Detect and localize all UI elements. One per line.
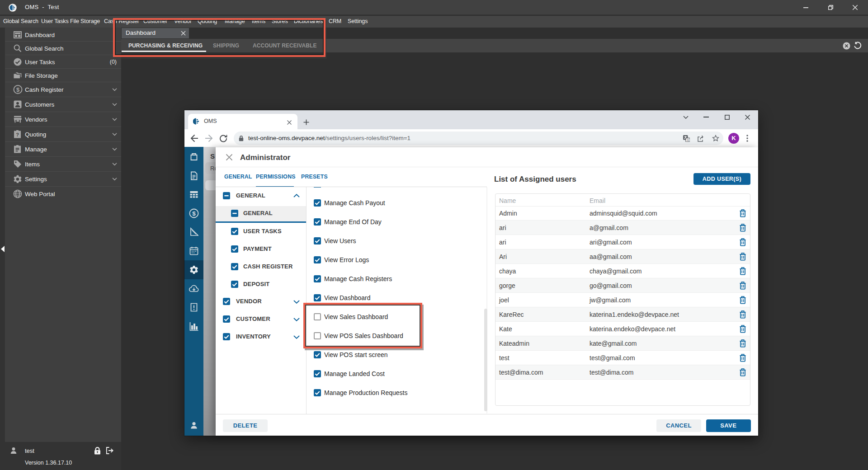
svg-text:$: $ [16,86,20,93]
svg-text:?: ? [16,132,19,137]
svg-text:$: $ [192,210,196,217]
svg-text:g: g [687,138,689,142]
